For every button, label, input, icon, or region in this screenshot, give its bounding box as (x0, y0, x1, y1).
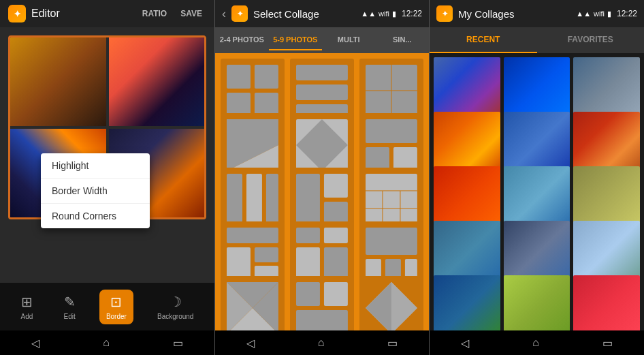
svg-rect-18 (246, 174, 262, 226)
back-button[interactable]: ◁ (18, 334, 53, 352)
mycollages-status-icons: ▲▲ wifi ▮ (576, 10, 611, 18)
mc-home-nav[interactable]: ⌂ (519, 334, 553, 352)
add-label: Add (21, 313, 33, 320)
collage-time: 12:22 (402, 9, 422, 18)
svg-rect-23 (366, 174, 417, 226)
edit-label: Edit (64, 313, 76, 320)
status-icons: ▲▲ wifi ▮ (361, 10, 396, 18)
svg-rect-19 (266, 174, 278, 226)
editor-nav: ◁ ⌂ ▭ (0, 330, 214, 355)
context-menu: Highlight Border Width Round Corners (41, 153, 150, 228)
svg-rect-4 (296, 65, 348, 80)
svg-rect-0 (227, 65, 251, 89)
svg-marker-49 (391, 282, 417, 330)
wifi-icon: wifi (379, 10, 389, 18)
toolbar-add[interactable]: ⊞ Add (14, 290, 40, 324)
svg-rect-30 (255, 247, 278, 262)
recent-button[interactable]: ▭ (159, 334, 197, 352)
svg-rect-32 (296, 228, 320, 243)
collage-cell-2[interactable] (109, 37, 205, 126)
svg-rect-29 (227, 247, 251, 279)
mycollages-app-icon: ✦ (436, 5, 453, 22)
collage-recent-nav[interactable]: ▭ (374, 334, 411, 352)
background-icon: ☽ (170, 294, 182, 310)
tab-2-4-photos[interactable]: 2-4 PHOTOS (215, 30, 269, 50)
layout-thumb-15[interactable] (359, 276, 423, 330)
app-icon: ✦ (8, 5, 26, 22)
svg-rect-1 (255, 65, 278, 89)
collage-home-nav[interactable]: ⌂ (304, 334, 338, 352)
collage-layout-grid (215, 53, 429, 330)
svg-rect-46 (296, 310, 348, 330)
ratio-button[interactable]: RATIO (138, 6, 171, 21)
mycollages-tabs: RECENT FAVORITES (430, 27, 644, 53)
tab-favorites[interactable]: FAVORITES (537, 27, 645, 53)
svg-rect-21 (324, 174, 348, 198)
signal-icon: ▲▲ (361, 10, 376, 18)
border-icon: ⊡ (110, 294, 122, 310)
svg-rect-35 (324, 247, 348, 279)
mc-battery-icon: ▮ (607, 10, 611, 18)
collage-title: Select Collage (253, 8, 355, 20)
svg-rect-33 (324, 228, 348, 243)
editor-panel: ✦ Editor RATIO SAVE Highlight Border Wid… (0, 0, 214, 355)
home-button[interactable]: ⌂ (89, 334, 123, 352)
edit-icon: ✎ (64, 294, 76, 310)
toolbar-edit[interactable]: ✎ Edit (57, 290, 82, 324)
battery-icon: ▮ (392, 10, 396, 18)
mycollages-time: 12:22 (617, 9, 637, 18)
background-label: Background (157, 313, 193, 320)
svg-rect-44 (296, 282, 320, 306)
mc-wifi-icon: wifi (594, 10, 605, 18)
add-icon: ⊞ (21, 294, 33, 310)
toolbar-border[interactable]: ⊡ Border (99, 290, 133, 324)
layout-thumb-13[interactable] (221, 276, 285, 330)
editor-canvas: Highlight Border Width Round Corners (0, 27, 214, 283)
tab-multi[interactable]: MULTI (322, 30, 376, 50)
collage-topbar: ‹ ✦ Select Collage ▲▲ wifi ▮ 12:22 (215, 0, 429, 27)
tab-5-9-photos[interactable]: 5-9 PHOTOS (269, 30, 323, 50)
svg-rect-36 (366, 228, 417, 255)
collage-back-nav[interactable]: ◁ (233, 334, 268, 352)
mycollages-title: My Collages (458, 8, 570, 20)
context-menu-border-width[interactable]: Border Width (41, 179, 150, 204)
mc-back-nav[interactable]: ◁ (447, 334, 483, 352)
svg-rect-20 (296, 174, 320, 226)
border-label: Border (106, 313, 127, 320)
context-menu-round-corners[interactable]: Round Corners (41, 204, 150, 228)
collage-back-button[interactable]: ‹ (222, 7, 226, 21)
mc-recent-nav[interactable]: ▭ (589, 334, 626, 352)
context-menu-highlight[interactable]: Highlight (41, 153, 150, 179)
collage-thumb-14[interactable] (504, 275, 570, 330)
collage-thumb-15[interactable] (573, 275, 640, 330)
collage-tabs: 2-4 PHOTOS 5-9 PHOTOS MULTI SIN... (215, 27, 429, 53)
svg-rect-17 (227, 174, 242, 226)
editor-topbar: ✦ Editor RATIO SAVE (0, 0, 214, 27)
layout-thumb-14[interactable] (290, 276, 354, 330)
editor-toolbar: ⊞ Add ✎ Edit ⊡ Border ☽ Background (0, 283, 214, 330)
collage-app-icon: ✦ (231, 5, 248, 22)
editor-title: Editor (31, 7, 133, 20)
toolbar-background[interactable]: ☽ Background (150, 290, 200, 324)
svg-rect-14 (366, 119, 417, 143)
svg-rect-28 (227, 228, 278, 243)
save-button[interactable]: SAVE (176, 6, 206, 21)
collage-nav: ◁ ⌂ ▭ (215, 330, 429, 355)
svg-rect-34 (296, 247, 320, 279)
select-collage-panel: ‹ ✦ Select Collage ▲▲ wifi ▮ 12:22 2-4 P… (214, 0, 429, 355)
svg-rect-45 (324, 282, 348, 306)
collage-thumb-13[interactable] (434, 275, 500, 330)
my-collages-panel: ✦ My Collages ▲▲ wifi ▮ 12:22 RECENT FAV… (429, 0, 644, 355)
svg-marker-48 (366, 282, 391, 330)
tab-single[interactable]: SIN... (376, 30, 430, 50)
svg-rect-5 (296, 84, 348, 100)
tab-recent[interactable]: RECENT (430, 27, 537, 53)
mc-signal-icon: ▲▲ (576, 10, 591, 18)
collage-cell-1[interactable] (10, 37, 106, 126)
mycollages-nav: ◁ ⌂ ▭ (430, 330, 644, 355)
mycollages-topbar: ✦ My Collages ▲▲ wifi ▮ 12:22 (430, 0, 644, 27)
mycollages-grid (430, 53, 644, 330)
